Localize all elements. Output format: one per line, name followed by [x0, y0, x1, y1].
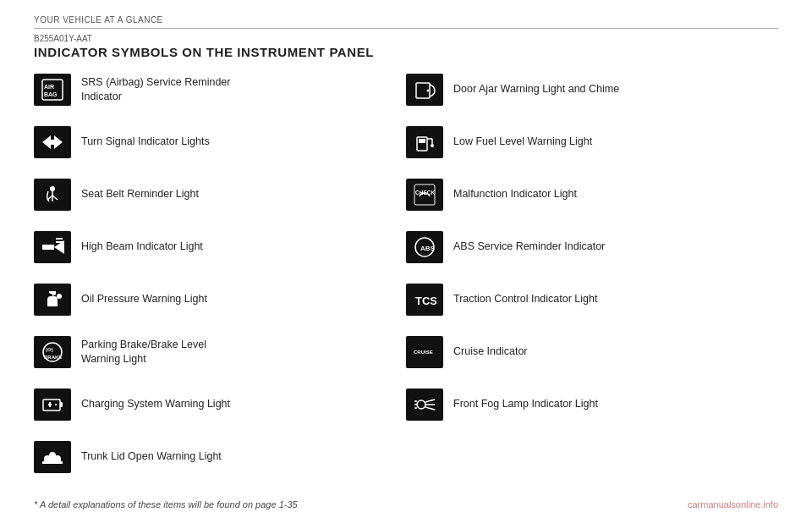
footer-note: * A detail explanations of these items w…: [34, 499, 778, 510]
indicator-item-malfunction: CHECKMalfunction Indicator Light: [406, 176, 778, 213]
indicator-item-cruise: CRUISECruise Indicator: [406, 333, 778, 371]
fog-lamp-icon: [406, 388, 443, 421]
door-ajar-icon: [406, 74, 443, 106]
svg-text:CRUISE: CRUISE: [414, 350, 433, 355]
indicator-item-fog-lamp: Front Fog Lamp Indicator Light: [406, 386, 778, 423]
svg-rect-9: [42, 245, 54, 250]
airbag-icon: AIRBAG: [34, 74, 71, 106]
svg-line-39: [425, 407, 435, 410]
svg-point-13: [57, 294, 62, 299]
indicator-item-traction: TCSTraction Control Indicator Light: [406, 281, 778, 318]
indicator-item-trunk: Trunk Lid Open Warning Light: [34, 438, 406, 476]
svg-line-8: [52, 196, 58, 200]
trunk-icon: [34, 441, 71, 473]
section-title: INDICATOR SYMBOLS ON THE INSTRUMENT PANE…: [34, 45, 778, 59]
indicator-item-high-beam: High Beam Indicator Light: [34, 229, 406, 266]
top-label: YOUR VEHICLE AT A GLANCE: [34, 15, 778, 29]
oil-pressure-icon: [34, 284, 71, 316]
indicator-label-trunk: Trunk Lid Open Warning Light: [81, 449, 222, 465]
svg-rect-18: [60, 402, 63, 407]
indicator-label-parking-brake: Parking Brake/Brake Level Warning Light: [81, 338, 206, 367]
indicator-item-airbag: AIRBAGSRS (Airbag) Service Reminder Indi…: [34, 71, 406, 108]
svg-point-29: [431, 144, 434, 147]
right-column: Door Ajar Warning Light and ChimeLow Fue…: [406, 71, 778, 491]
indicator-label-traction: Traction Control Indicator Light: [453, 292, 597, 307]
indicator-item-low-fuel: Low Fuel Level Warning Light: [406, 124, 778, 161]
indicator-item-charging: Charging System Warning Light: [34, 386, 406, 423]
indicator-item-abs: ABSABS Service Reminder Indicator: [406, 229, 778, 266]
indicator-item-door-ajar: Door Ajar Warning Light and Chime: [406, 71, 778, 108]
malfunction-icon: CHECK: [406, 179, 443, 211]
abs-icon: ABS: [406, 231, 443, 263]
svg-text:AIR: AIR: [44, 84, 54, 90]
seat-belt-icon: [34, 179, 71, 211]
svg-point-36: [417, 400, 425, 409]
charging-icon: [34, 388, 71, 421]
svg-line-37: [425, 400, 435, 402]
indicator-label-door-ajar: Door Ajar Warning Light and Chime: [453, 82, 619, 97]
indicator-item-oil-pressure: Oil Pressure Warning Light: [34, 281, 406, 318]
indicator-label-low-fuel: Low Fuel Level Warning Light: [453, 135, 592, 150]
svg-text:TCS: TCS: [415, 295, 436, 307]
doc-code: B255A01Y-AAT: [34, 34, 778, 43]
indicator-item-turn-signal: Turn Signal Indicator Lights: [34, 124, 406, 161]
svg-rect-26: [419, 139, 425, 143]
turn-signal-icon: [34, 126, 71, 158]
cruise-icon: CRUISE: [406, 336, 443, 368]
watermark: carmanualsonline.info: [688, 499, 778, 510]
indicator-label-airbag: SRS (Airbag) Service Reminder Indicator: [81, 75, 230, 105]
indicator-label-cruise: Cruise Indicator: [453, 344, 528, 360]
indicator-label-fog-lamp: Front Fog Lamp Indicator Light: [453, 397, 598, 412]
left-column: AIRBAGSRS (Airbag) Service Reminder Indi…: [34, 71, 406, 491]
indicator-label-oil-pressure: Oil Pressure Warning Light: [81, 292, 207, 307]
svg-point-5: [50, 186, 55, 191]
indicator-item-parking-brake: (O)BRAKEParking Brake/Brake Level Warnin…: [34, 333, 406, 371]
svg-point-24: [427, 90, 430, 92]
svg-text:ABS: ABS: [420, 245, 436, 252]
svg-text:(O): (O): [46, 347, 53, 352]
svg-text:BRAKE: BRAKE: [44, 355, 62, 360]
low-fuel-icon: [406, 126, 443, 158]
indicator-item-seat-belt: Seat Belt Reminder Light: [34, 176, 406, 213]
high-beam-icon: [34, 231, 71, 263]
indicator-label-high-beam: High Beam Indicator Light: [81, 240, 203, 255]
indicator-label-malfunction: Malfunction Indicator Light: [453, 187, 577, 202]
parking-brake-icon: (O)BRAKE: [34, 336, 71, 368]
tcs-icon: TCS: [406, 284, 443, 316]
svg-text:BAG: BAG: [44, 91, 58, 97]
indicator-label-turn-signal: Turn Signal Indicator Lights: [81, 135, 210, 150]
indicator-label-seat-belt: Seat Belt Reminder Light: [81, 187, 199, 202]
indicator-label-abs: ABS Service Reminder Indicator: [453, 240, 605, 255]
svg-marker-4: [49, 135, 63, 149]
indicator-label-charging: Charging System Warning Light: [81, 397, 230, 412]
svg-rect-22: [42, 461, 63, 464]
